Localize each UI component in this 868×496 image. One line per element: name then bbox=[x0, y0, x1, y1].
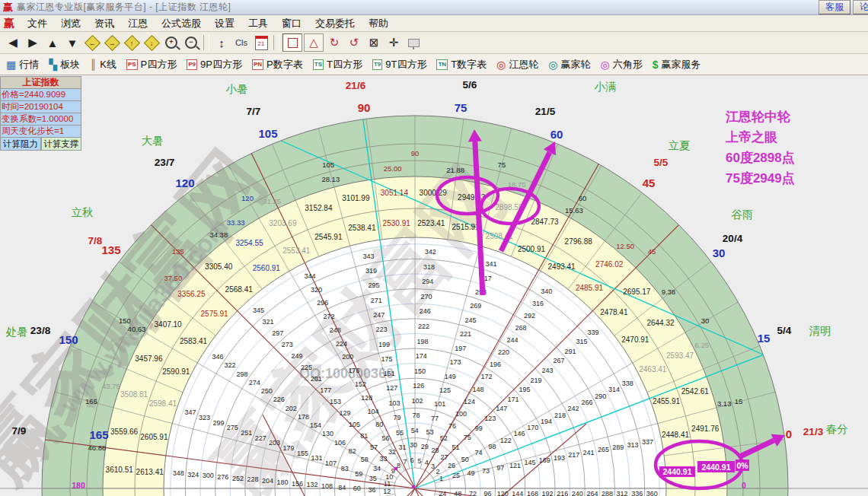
svg-text:99: 99 bbox=[475, 424, 483, 432]
svg-text:3457.96: 3457.96 bbox=[135, 355, 163, 363]
feature-11[interactable]: ◎六角形 bbox=[601, 58, 643, 72]
svg-text:342: 342 bbox=[425, 248, 436, 256]
annotation-line: 60度2898点 bbox=[726, 148, 795, 168]
svg-text:27: 27 bbox=[441, 453, 448, 461]
diamond-right-icon[interactable]: → bbox=[103, 34, 121, 51]
title-bar: 赢 赢家江恩专业版[赢家服务平台] - [上证指数 江恩轮] 客服 论坛 bbox=[0, 0, 868, 15]
svg-text:2553.41: 2553.41 bbox=[282, 246, 311, 255]
svg-text:221: 221 bbox=[460, 330, 471, 338]
svg-text:3: 3 bbox=[431, 463, 435, 470]
svg-text:23/7: 23/7 bbox=[155, 157, 174, 168]
svg-text:7/7: 7/7 bbox=[247, 106, 261, 117]
xbox-icon[interactable]: ⊠ bbox=[365, 34, 383, 51]
svg-text:252: 252 bbox=[232, 475, 244, 482]
svg-text:0: 0 bbox=[786, 428, 792, 440]
svg-text:288: 288 bbox=[602, 490, 613, 496]
svg-text:3.13: 3.13 bbox=[717, 399, 732, 408]
menu-browse[interactable]: 浏览 bbox=[54, 17, 88, 30]
svg-text:106: 106 bbox=[334, 439, 346, 447]
rotate-ccw-icon[interactable]: ↺ bbox=[345, 34, 363, 51]
nav-right-icon[interactable]: ▶ bbox=[24, 34, 42, 51]
feature-label: 江恩轮 bbox=[509, 58, 538, 72]
forum-button[interactable]: 论坛 bbox=[853, 0, 868, 14]
svg-text:101: 101 bbox=[434, 400, 445, 408]
feature-1[interactable]: ▚板块 bbox=[49, 58, 80, 72]
zoom-in-icon[interactable]: + bbox=[162, 34, 180, 51]
nav-left-icon[interactable]: ◀ bbox=[4, 34, 22, 51]
svg-text:2613.41: 2613.41 bbox=[136, 468, 164, 476]
svg-text:294: 294 bbox=[422, 278, 433, 285]
feature-9[interactable]: ◎江恩轮 bbox=[496, 58, 538, 72]
square-tool-icon[interactable] bbox=[282, 33, 302, 52]
svg-text:124: 124 bbox=[464, 398, 475, 405]
svg-text:318: 318 bbox=[423, 263, 435, 271]
feature-6[interactable]: TST四方形 bbox=[313, 58, 362, 72]
svg-text:21/5: 21/5 bbox=[535, 106, 556, 117]
diamond-left-icon[interactable]: ← bbox=[83, 34, 101, 51]
menu-help[interactable]: 帮助 bbox=[362, 17, 395, 30]
toolbar-main: ◀▶▲▼←→↑↓+−↕Cls21△↻↺⊠✛ bbox=[0, 32, 868, 54]
svg-text:228: 228 bbox=[247, 475, 258, 483]
annotation-line: 上帝之眼 bbox=[726, 127, 795, 148]
svg-text:218: 218 bbox=[554, 412, 566, 419]
triangle-tool-icon[interactable]: △ bbox=[304, 33, 324, 52]
svg-text:2470.91: 2470.91 bbox=[621, 335, 649, 344]
svg-text:203: 203 bbox=[269, 439, 280, 447]
feature-4[interactable]: P99P四方形 bbox=[187, 58, 242, 72]
svg-text:130: 130 bbox=[322, 430, 333, 437]
menu-settings[interactable]: 设置 bbox=[208, 17, 241, 30]
svg-text:319: 319 bbox=[365, 267, 377, 275]
diamond-up-icon[interactable]: ↑ bbox=[123, 34, 141, 51]
calc-support-button[interactable]: 计算支撑 bbox=[41, 138, 82, 151]
menu-formula-stock[interactable]: 公式选股 bbox=[155, 17, 208, 30]
svg-text:144: 144 bbox=[512, 490, 523, 496]
menu-window[interactable]: 窗口 bbox=[275, 17, 308, 30]
menu-trade[interactable]: 交易委托 bbox=[308, 17, 362, 30]
menu-news[interactable]: 资讯 bbox=[88, 17, 121, 30]
kline-icon: ║ bbox=[90, 59, 97, 70]
zoom-out-icon[interactable]: − bbox=[182, 34, 200, 51]
calendar-icon[interactable]: 21 bbox=[252, 34, 270, 51]
svg-text:2: 2 bbox=[436, 468, 439, 475]
table-icon: ▦ bbox=[6, 59, 16, 71]
svg-text:60: 60 bbox=[579, 194, 587, 202]
feature-10[interactable]: ◎赢家轮 bbox=[548, 58, 590, 72]
feature-7[interactable]: T99T四方形 bbox=[372, 58, 427, 72]
svg-text:339: 339 bbox=[587, 329, 598, 336]
diamond-down-icon[interactable]: ↓ bbox=[142, 34, 161, 51]
menu-gann[interactable]: 江恩 bbox=[121, 17, 155, 30]
feature-3[interactable]: PSP四方形 bbox=[126, 58, 177, 72]
service-button[interactable]: 客服 bbox=[819, 0, 850, 14]
feature-2[interactable]: ║K线 bbox=[90, 58, 116, 72]
svg-text:201: 201 bbox=[311, 375, 322, 383]
feature-12[interactable]: $赢家服务 bbox=[653, 58, 701, 72]
menu-tools[interactable]: 工具 bbox=[241, 17, 275, 30]
move-cross-icon[interactable]: ✛ bbox=[385, 34, 403, 51]
feature-0[interactable]: ▦行情 bbox=[6, 58, 39, 72]
updown-icon[interactable]: ↕ bbox=[212, 34, 231, 51]
cls-button[interactable]: Cls bbox=[232, 34, 251, 51]
svg-text:40.63: 40.63 bbox=[128, 325, 146, 333]
svg-text:45: 45 bbox=[643, 176, 656, 189]
svg-text:大暑: 大暑 bbox=[142, 135, 164, 147]
svg-text:337: 337 bbox=[642, 438, 653, 446]
svg-text:77: 77 bbox=[431, 415, 439, 422]
menu-file[interactable]: 文件 bbox=[21, 17, 54, 30]
feature-8[interactable]: TNT数字表 bbox=[436, 58, 487, 72]
svg-text:225: 225 bbox=[301, 364, 312, 371]
svg-text:2695.17: 2695.17 bbox=[623, 288, 651, 296]
svg-text:249: 249 bbox=[291, 352, 302, 360]
rotate-cw-icon[interactable]: ↻ bbox=[325, 34, 343, 51]
svg-text:2590.91: 2590.91 bbox=[162, 367, 190, 376]
calc-resistance-button[interactable]: 计算阻力 bbox=[0, 138, 41, 151]
tri-down-icon[interactable]: ▼ bbox=[63, 34, 81, 51]
svg-text:192: 192 bbox=[542, 490, 554, 496]
tri-up-icon[interactable]: ▲ bbox=[43, 34, 62, 51]
svg-text:7/8: 7/8 bbox=[88, 235, 103, 246]
feature-5[interactable]: PNP数字表 bbox=[252, 58, 303, 72]
svg-text:170: 170 bbox=[527, 424, 538, 431]
svg-text:336: 336 bbox=[631, 490, 643, 496]
svg-text:74: 74 bbox=[475, 449, 483, 456]
projector-icon[interactable] bbox=[404, 34, 423, 51]
svg-text:204: 204 bbox=[262, 477, 273, 485]
